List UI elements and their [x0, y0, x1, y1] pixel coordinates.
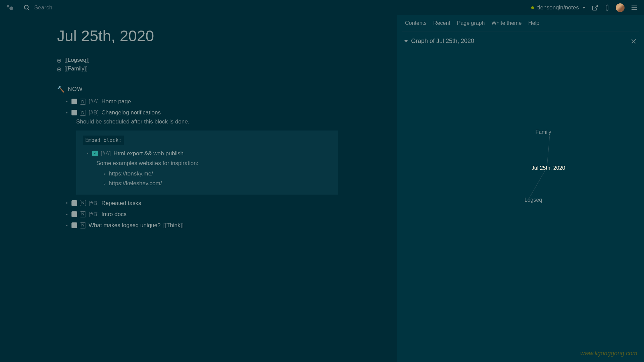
page-link[interactable]: Think	[166, 222, 181, 228]
chevron-down-icon	[582, 7, 586, 9]
now-badge: N	[80, 200, 86, 206]
task-text: Html export && web publish	[113, 149, 184, 158]
graph-canvas[interactable]: Jul 25th, 2020 Family Logseq	[402, 51, 639, 252]
svg-point-2	[24, 5, 29, 9]
svg-line-4	[594, 5, 597, 8]
circle-bullet-icon	[104, 173, 105, 175]
page-link[interactable]: Logseq	[67, 57, 86, 63]
task-text: What makes logseq unique?	[89, 221, 161, 230]
embed-task-item[interactable]: ✓ [#A] Html export && web publish Some e…	[87, 149, 331, 189]
pen-icon[interactable]	[604, 4, 610, 11]
repo-selector[interactable]: tiensonqin/notes	[531, 4, 586, 11]
task-text: Repeated tasks	[101, 199, 141, 208]
bullet-icon	[66, 101, 67, 102]
now-badge: N	[80, 222, 86, 228]
embed-block: Embed block: ✓ [#A] Html export && web p…	[76, 131, 338, 195]
graph-edge	[528, 168, 547, 200]
svg-point-0	[7, 5, 9, 7]
avatar[interactable]	[616, 3, 625, 12]
repo-name: tiensonqin/notes	[537, 4, 579, 11]
tab-recent[interactable]: Recent	[433, 20, 450, 26]
block-item[interactable]: [[Family]]	[57, 65, 397, 72]
task-item[interactable]: N [#B] Repeated tasks	[66, 199, 397, 208]
bullet-icon	[66, 214, 67, 215]
task-checkbox[interactable]	[71, 211, 77, 217]
now-section-header: 🔨 NOW	[57, 86, 397, 93]
priority-tag: [#A]	[101, 149, 111, 158]
task-subtext: Should be scheduled after this block is …	[76, 117, 397, 126]
link-url[interactable]: https://tonsky.me/	[109, 169, 153, 179]
page-title: Jul 25th, 2020	[57, 27, 397, 45]
svg-point-1	[9, 6, 13, 10]
task-item[interactable]: N [#A] Home page	[66, 97, 397, 106]
logo-icon[interactable]	[6, 4, 13, 11]
bullet-icon	[66, 202, 67, 204]
tab-help[interactable]: Help	[528, 20, 539, 26]
now-badge: N	[80, 211, 86, 217]
priority-tag: [#B]	[89, 199, 99, 208]
priority-tag: [#A]	[89, 97, 99, 106]
bullet-icon	[66, 225, 67, 226]
close-icon[interactable]	[630, 38, 637, 45]
block-item[interactable]: [[Logseq]]	[57, 57, 397, 63]
collapse-icon[interactable]	[404, 40, 408, 42]
task-checkbox[interactable]	[71, 222, 77, 228]
graph-edge	[547, 131, 550, 168]
embed-label: Embed block:	[83, 136, 124, 145]
now-badge: N	[80, 110, 86, 116]
svg-line-3	[28, 8, 30, 10]
task-text: Home page	[101, 97, 131, 106]
priority-tag: [#B]	[89, 108, 99, 117]
task-item[interactable]: N [#B] Changelog notifications Should be…	[66, 108, 397, 195]
graph-node-logseq[interactable]: Logseq	[525, 197, 542, 203]
bullet-icon	[66, 112, 67, 113]
search-placeholder: Search	[34, 4, 52, 11]
graph-title: Graph of Jul 25th, 2020	[411, 38, 474, 45]
external-link-icon[interactable]	[592, 4, 598, 11]
tab-page-graph[interactable]: Page graph	[457, 20, 485, 26]
bullet-icon[interactable]	[57, 67, 61, 71]
task-text: Changelog notifications	[101, 108, 161, 117]
bullet-icon	[87, 153, 88, 154]
now-label: NOW	[68, 86, 83, 93]
task-checkbox-checked[interactable]: ✓	[92, 151, 98, 156]
circle-bullet-icon	[104, 183, 105, 185]
task-checkbox[interactable]	[71, 200, 77, 206]
embed-link[interactable]: https://tonsky.me/	[104, 169, 331, 179]
search-input[interactable]: Search	[23, 4, 52, 11]
sidebar-tabs: Contents Recent Page graph White theme H…	[402, 15, 639, 32]
graph-node-center[interactable]: Jul 25th, 2020	[532, 165, 565, 171]
task-text: Intro docs	[101, 210, 127, 219]
page-link[interactable]: Family	[67, 65, 84, 72]
hammer-icon: 🔨	[57, 86, 64, 93]
watermark: www.ligonggong.com	[580, 350, 637, 357]
embed-link[interactable]: https://keleshev.com/	[104, 179, 331, 189]
graph-node-family[interactable]: Family	[535, 129, 551, 135]
now-badge: N	[80, 99, 86, 105]
bullet-icon[interactable]	[57, 59, 61, 63]
embed-subtext: Some examples websites for inspiration:	[96, 159, 331, 168]
tab-white-theme[interactable]: White theme	[491, 20, 522, 26]
tab-contents[interactable]: Contents	[405, 20, 427, 26]
menu-icon[interactable]	[631, 4, 638, 11]
task-checkbox[interactable]	[71, 99, 77, 104]
link-url[interactable]: https://keleshev.com/	[109, 179, 162, 189]
priority-tag: [#B]	[89, 210, 99, 219]
online-indicator-icon	[531, 6, 534, 9]
task-item[interactable]: N [#B] Intro docs	[66, 210, 397, 219]
task-item[interactable]: N What makes logseq unique? [[Think]]	[66, 221, 397, 230]
task-checkbox[interactable]	[71, 110, 77, 115]
search-icon	[23, 4, 30, 11]
